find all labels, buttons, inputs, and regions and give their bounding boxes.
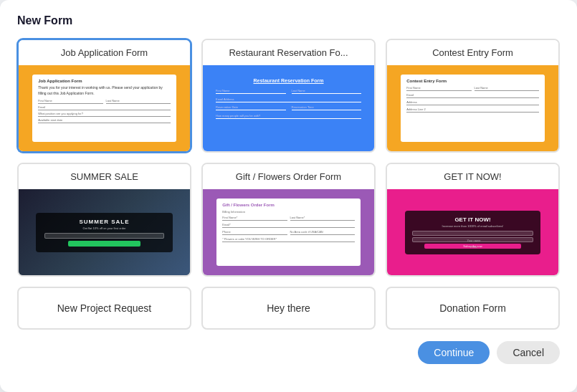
card-label-getit: GET IT NOW! bbox=[387, 164, 558, 189]
card-label-summer: SUMMER SALE bbox=[19, 164, 190, 189]
card-preview-summer: SUMMER SALE Get flat 10% off on your fir… bbox=[19, 189, 190, 275]
card-preview-flowers: Gift / Flowers Order Form Billing Inform… bbox=[203, 189, 374, 275]
card-preview-job: Job Application Form Thank you for your … bbox=[19, 65, 190, 151]
card-preview-contest: Contest Entry Form First Name Last Name bbox=[387, 65, 558, 151]
continue-button[interactable]: Continue bbox=[418, 341, 490, 364]
card-getit[interactable]: GET IT NOW! GET IT NOW! Increase more th… bbox=[386, 163, 560, 277]
template-grid: Job Application Form Job Application For… bbox=[17, 39, 560, 277]
card-preview-getit: GET IT NOW! Increase more than 1000% of … bbox=[387, 189, 558, 275]
mini-job-title: Job Application Form bbox=[38, 79, 171, 83]
bottom-card-grid: New Project Request Hey there Donation F… bbox=[17, 287, 560, 330]
card-label-job: Job Application Form bbox=[19, 40, 190, 65]
mini-getit-field2: Email bbox=[468, 245, 477, 249]
mini-summer-sub: Get flat 10% off on your first order bbox=[44, 226, 164, 230]
card-preview-restaurant: Restaurant Reservation Form First Name L… bbox=[203, 65, 374, 151]
card-hey-there[interactable]: Hey there bbox=[201, 287, 376, 330]
card-contest[interactable]: Contest Entry Form Contest Entry Form Fi… bbox=[386, 39, 560, 153]
card-new-project-request[interactable]: New Project Request bbox=[17, 287, 191, 330]
card-label-restaurant: Restaurant Reservation Fo... bbox=[203, 40, 374, 65]
card-flowers[interactable]: Gift / Flowers Order Form Gift / Flowers… bbox=[201, 163, 376, 277]
card-summer-sale[interactable]: SUMMER SALE SUMMER SALE Get flat 10% off… bbox=[17, 163, 191, 277]
card-donation-form[interactable]: Donation Form bbox=[386, 287, 560, 330]
card-label-new-project: New Project Request bbox=[57, 302, 152, 314]
cancel-button[interactable]: Cancel bbox=[497, 341, 560, 364]
mini-summer-title: SUMMER SALE bbox=[44, 219, 164, 225]
mini-flowers-section: Billing Information bbox=[222, 210, 355, 214]
card-label-contest: Contest Entry Form bbox=[387, 40, 558, 65]
mini-getit-sub: Increase more than 1000% of email subscr… bbox=[412, 224, 534, 228]
card-job-application[interactable]: Job Application Form Job Application For… bbox=[17, 39, 191, 153]
card-restaurant[interactable]: Restaurant Reservation Fo... Restaurant … bbox=[201, 39, 376, 153]
new-form-modal: New Form Job Application Form Job Applic… bbox=[0, 0, 577, 392]
card-label-flowers: Gift / Flowers Order Form bbox=[203, 164, 374, 189]
mini-contest-title: Contest Entry Form bbox=[406, 79, 539, 83]
mini-getit-title: GET IT NOW! bbox=[412, 216, 534, 223]
mini-flowers-title: Gift / Flowers Order Form bbox=[222, 203, 355, 207]
modal-footer: Continue Cancel bbox=[17, 341, 560, 364]
mini-job-body: Thank you for your interest in working w… bbox=[38, 85, 171, 96]
modal-title: New Form bbox=[17, 14, 560, 27]
mini-rest-title: Restaurant Reservation Form bbox=[216, 78, 361, 83]
card-label-hey-there: Hey there bbox=[267, 302, 310, 314]
card-label-donation: Donation Form bbox=[439, 302, 506, 314]
